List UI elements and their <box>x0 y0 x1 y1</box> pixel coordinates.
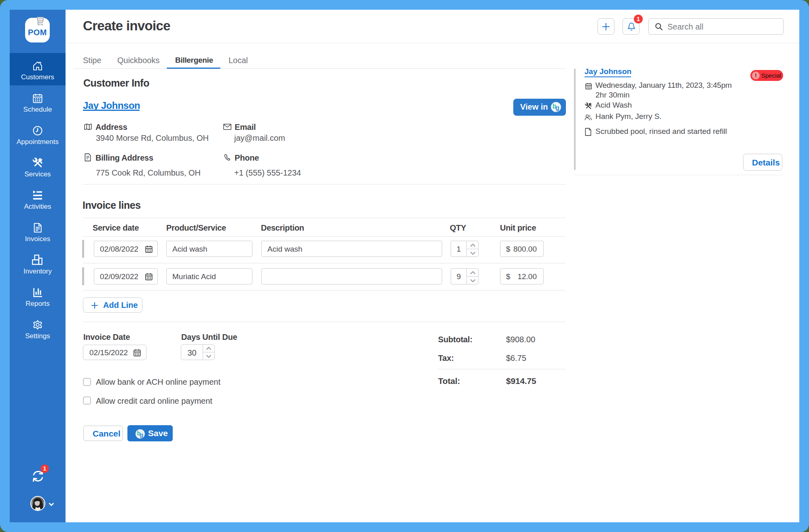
svg-text:g: g <box>555 104 559 111</box>
svg-text:g: g <box>140 431 143 438</box>
